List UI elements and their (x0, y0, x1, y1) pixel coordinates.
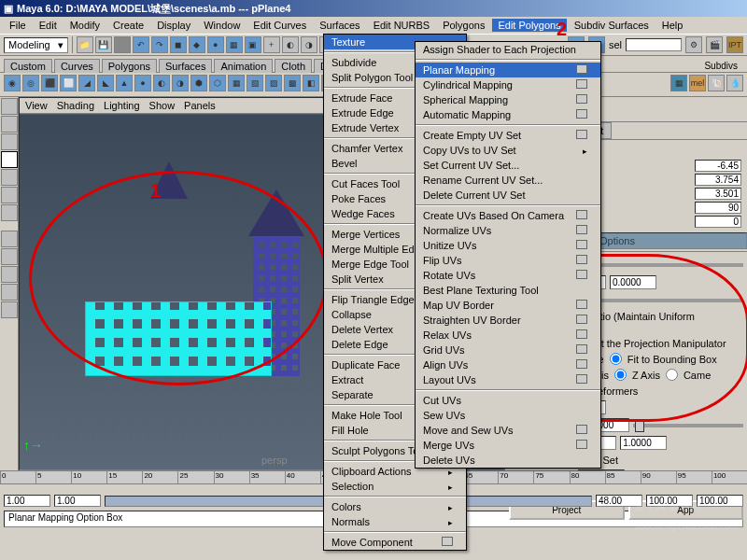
menu-item[interactable]: Create Empty UV Set (416, 128, 600, 143)
menu-item[interactable]: Normalize UVs (416, 223, 600, 238)
option-box-icon[interactable] (442, 537, 453, 546)
menu-display[interactable]: Display (151, 19, 196, 32)
menu-subdiv-surfaces[interactable]: Subdiv Surfaces (569, 19, 655, 32)
castle-mesh[interactable] (85, 217, 300, 376)
menu-item[interactable]: Planar Mapping (416, 63, 600, 77)
axis-radio[interactable] (614, 369, 627, 381)
menu-edit[interactable]: Edit (34, 19, 63, 32)
rotate-tool[interactable] (1, 151, 18, 168)
vp-menu-shading[interactable]: Shading (57, 100, 94, 111)
shelf-tab-curves[interactable]: Curves (54, 59, 100, 73)
menu-item[interactable]: Cylindrical Mapping (416, 77, 600, 92)
vp-menu-lighting[interactable]: Lighting (104, 100, 140, 111)
fit-bbox-radio[interactable] (610, 353, 622, 365)
menu-item[interactable]: Create UVs Based On Camera (416, 208, 600, 223)
menu-item[interactable]: Sew UVs (416, 408, 600, 423)
mode-selector[interactable]: Modeling ▾ (4, 37, 68, 53)
menu-item[interactable]: Best Plane Texturing Tool (416, 283, 600, 298)
construction-history-icon[interactable]: ⚙ (685, 36, 702, 53)
ipr-icon[interactable]: IPT (726, 36, 743, 53)
toolbox-left[interactable] (0, 97, 19, 470)
menu-item[interactable]: Automatic Mapping (416, 107, 600, 122)
menu-item[interactable]: Cut UVs (416, 393, 600, 408)
menu-modify[interactable]: Modify (64, 19, 106, 32)
menu-item[interactable]: Align UVs (416, 357, 600, 372)
menu-edit-nurbs[interactable]: Edit NURBS (368, 19, 436, 32)
select-tool[interactable] (1, 98, 18, 115)
axis-radio[interactable] (666, 369, 678, 381)
menu-file[interactable]: File (4, 19, 32, 32)
outline-view[interactable] (1, 266, 18, 283)
option-box-icon[interactable] (576, 109, 587, 119)
move-tool[interactable] (1, 133, 18, 150)
menu-item[interactable]: Grid UVs (416, 343, 600, 357)
menu-item[interactable]: Delete UVs (416, 453, 600, 468)
start-frame[interactable] (4, 495, 50, 507)
sel-input[interactable] (626, 38, 682, 51)
menu-item[interactable]: Spherical Mapping (416, 92, 600, 107)
menu-item[interactable]: Unitize UVs (416, 238, 600, 253)
menu-item[interactable]: Rotate UVs (416, 268, 600, 283)
menu-surfaces[interactable]: Surfaces (314, 19, 365, 32)
shelf-tab-polygons[interactable]: Polygons (102, 59, 157, 73)
attr-value[interactable] (695, 188, 741, 200)
menu-item[interactable]: Straighten UV Border (416, 313, 600, 328)
vp-menu-show[interactable]: Show (149, 100, 176, 111)
menu-item[interactable]: Rename Current UV Set... (416, 173, 600, 188)
menu-item[interactable]: Relax UVs (416, 328, 600, 343)
menu-item[interactable]: Move Component (324, 535, 466, 550)
shelf-tab-cloth[interactable]: Cloth (275, 59, 312, 73)
menu-item[interactable]: Selection (324, 479, 466, 494)
option-box-icon[interactable] (576, 344, 587, 354)
menu-item[interactable]: Colors (324, 499, 466, 514)
menu-edit-polygons[interactable]: Edit Polygons (492, 19, 566, 32)
option-box-icon[interactable] (576, 440, 587, 449)
slider[interactable] (633, 424, 743, 427)
four-view[interactable] (1, 248, 18, 265)
field[interactable] (610, 275, 656, 289)
option-box-icon[interactable] (576, 94, 587, 104)
attr-value[interactable] (695, 160, 741, 172)
menu-item[interactable]: Delete Current UV Set (416, 188, 600, 203)
shelf-tab-animation[interactable]: Animation (214, 59, 273, 73)
option-box-icon[interactable] (576, 329, 587, 339)
option-box-icon[interactable] (576, 130, 587, 139)
lasso-tool[interactable] (1, 116, 18, 133)
option-box-icon[interactable] (576, 225, 587, 234)
menu-help[interactable]: Help (656, 19, 689, 32)
option-box-icon[interactable] (576, 240, 587, 249)
attr-value[interactable] (695, 202, 741, 214)
menu-item[interactable]: Set Current UV Set... (416, 158, 600, 173)
shelf-tab-surfaces[interactable]: Surfaces (159, 59, 212, 73)
menu-item[interactable]: Map UV Border (416, 298, 600, 313)
menu-item[interactable]: Layout UVs (416, 372, 600, 387)
persp-view[interactable] (1, 284, 18, 301)
single-view[interactable] (1, 231, 18, 247)
range-start[interactable] (54, 495, 101, 507)
option-box-icon[interactable] (576, 79, 587, 89)
menu-window[interactable]: Window (198, 19, 246, 32)
option-box-icon[interactable] (576, 64, 587, 74)
menu-item[interactable]: Merge UVs (416, 438, 600, 453)
menu-polygons[interactable]: Polygons (437, 19, 490, 32)
render-icon[interactable]: 🎬 (706, 36, 723, 53)
option-box-icon[interactable] (576, 359, 587, 369)
scale-tool[interactable] (1, 169, 18, 186)
option-box-icon[interactable] (576, 270, 587, 279)
last-tool[interactable] (1, 204, 18, 221)
option-box-icon[interactable] (576, 210, 587, 219)
menu-item[interactable]: Flip UVs (416, 253, 600, 268)
menu-edit-curves[interactable]: Edit Curves (247, 19, 312, 32)
attr-value[interactable] (695, 174, 741, 186)
option-box-icon[interactable] (576, 300, 587, 309)
option-box-icon[interactable] (576, 425, 587, 434)
manipulator-tool[interactable] (1, 187, 18, 203)
menubar[interactable]: FileEditModifyCreateDisplayWindowEdit Cu… (0, 17, 747, 34)
option-box-icon[interactable] (576, 255, 587, 264)
attr-value[interactable] (695, 216, 741, 228)
img-scale-y[interactable] (620, 436, 667, 450)
graph-view[interactable] (1, 301, 18, 318)
shelf-tab-custom[interactable]: Custom (4, 59, 52, 73)
menu-item[interactable]: Normals (324, 514, 466, 529)
menu-item[interactable]: Assign Shader to Each Projection (416, 42, 600, 57)
